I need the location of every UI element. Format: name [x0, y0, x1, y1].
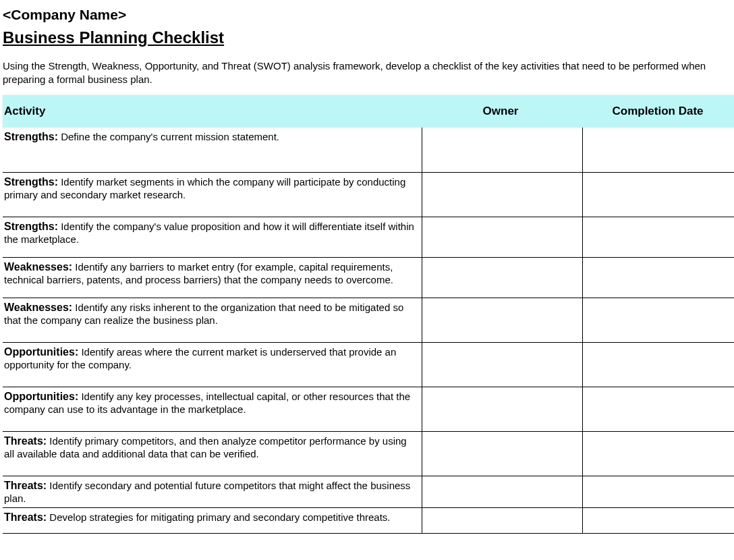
owner-cell	[422, 217, 582, 257]
intro-paragraph: Using the Strength, Weakness, Opportunit…	[3, 59, 731, 86]
activity-category: Threats:	[4, 480, 47, 491]
activity-cell: Weaknesses: Identify any risks inherent …	[3, 298, 422, 342]
activity-cell: Threats: Identify primary competitors, a…	[3, 431, 422, 476]
activity-cell: Weaknesses: Identify any barriers to mar…	[3, 257, 422, 298]
checklist-table: Activity Owner Completion Date Strengths…	[3, 95, 734, 534]
completion-date-cell	[582, 476, 734, 508]
table-row: Opportunities: Identify any key processe…	[3, 387, 734, 431]
owner-cell	[422, 257, 582, 298]
activity-cell: Strengths: Identify market segments in w…	[3, 172, 422, 217]
header-owner: Owner	[422, 95, 582, 128]
table-row: Strengths: Identify market segments in w…	[3, 172, 734, 217]
activity-category: Threats:	[4, 435, 47, 447]
table-row: Weaknesses: Identify any barriers to mar…	[3, 257, 734, 298]
activity-category: Strengths:	[4, 221, 58, 232]
owner-cell	[422, 476, 582, 508]
completion-date-cell	[582, 342, 734, 387]
owner-cell	[422, 342, 582, 387]
company-name: <Company Name>	[3, 7, 731, 23]
completion-date-cell	[582, 298, 734, 342]
activity-text: Develop strategies for mitigating primar…	[47, 511, 390, 523]
document-title: Business Planning Checklist	[3, 28, 731, 47]
activity-cell: Threats: Develop strategies for mitigati…	[3, 508, 422, 534]
table-row: Weaknesses: Identify any risks inherent …	[3, 298, 734, 342]
activity-text: Identify the company's value proposition…	[4, 221, 414, 245]
owner-cell	[422, 172, 582, 217]
completion-date-cell	[582, 172, 734, 217]
activity-cell: Strengths: Define the company's current …	[3, 128, 422, 172]
header-activity: Activity	[3, 95, 422, 128]
activity-text: Identify market segments in which the co…	[4, 176, 405, 200]
owner-cell	[422, 508, 582, 534]
table-header-row: Activity Owner Completion Date	[3, 95, 734, 128]
table-row: Opportunities: Identify areas where the …	[3, 342, 734, 387]
table-row: Strengths: Define the company's current …	[3, 128, 734, 172]
owner-cell	[422, 387, 582, 431]
activity-cell: Opportunities: Identify any key processe…	[3, 387, 422, 431]
owner-cell	[422, 431, 582, 476]
table-row: Threats: Develop strategies for mitigati…	[3, 508, 734, 534]
owner-cell	[422, 128, 582, 172]
activity-text: Identify primary competitors, and then a…	[4, 435, 407, 459]
activity-category: Strengths:	[4, 176, 58, 188]
activity-text: Identify secondary and potential future …	[4, 480, 410, 504]
activity-text: Define the company's current mission sta…	[58, 131, 279, 142]
activity-category: Opportunities:	[4, 391, 78, 402]
completion-date-cell	[582, 257, 734, 298]
table-row: Threats: Identify secondary and potentia…	[3, 476, 734, 508]
header-completion-date: Completion Date	[582, 95, 734, 128]
activity-category: Opportunities:	[4, 346, 78, 358]
activity-category: Weaknesses:	[4, 302, 72, 313]
completion-date-cell	[582, 387, 734, 431]
activity-cell: Opportunities: Identify areas where the …	[3, 342, 422, 387]
activity-cell: Strengths: Identify the company's value …	[3, 217, 422, 257]
completion-date-cell	[582, 508, 734, 534]
table-row: Threats: Identify primary competitors, a…	[3, 431, 734, 476]
activity-category: Strengths:	[4, 131, 58, 142]
activity-cell: Threats: Identify secondary and potentia…	[3, 476, 422, 508]
activity-category: Threats:	[4, 511, 47, 523]
completion-date-cell	[582, 128, 734, 172]
completion-date-cell	[582, 431, 734, 476]
completion-date-cell	[582, 217, 734, 257]
activity-category: Weaknesses:	[4, 261, 72, 273]
table-row: Strengths: Identify the company's value …	[3, 217, 734, 257]
owner-cell	[422, 298, 582, 342]
